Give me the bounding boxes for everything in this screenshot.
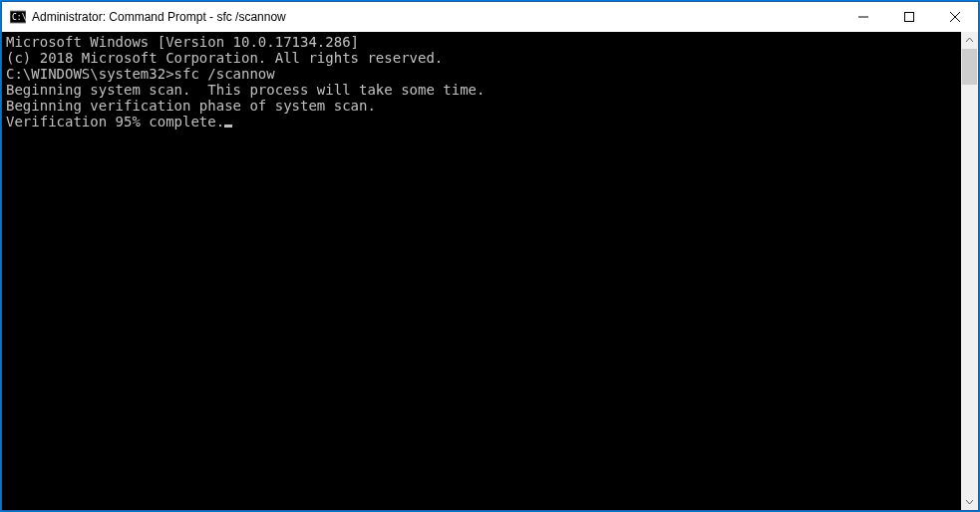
- window-title: Administrator: Command Prompt - sfc /sca…: [32, 10, 286, 24]
- terminal-line: C:\WINDOWS\system32>sfc /scannow: [6, 66, 961, 82]
- cmd-app-icon: C:\: [10, 9, 26, 25]
- terminal-line: Microsoft Windows [Version 10.0.17134.28…: [6, 34, 961, 50]
- scrollbar-thumb[interactable]: [962, 49, 977, 85]
- terminal-line: Beginning verification phase of system s…: [6, 98, 961, 114]
- titlebar[interactable]: C:\ Administrator: Command Prompt - sfc …: [2, 2, 978, 32]
- window-controls: [840, 2, 978, 32]
- terminal-line: Verification 95% complete.: [6, 114, 961, 129]
- terminal-line: (c) 2018 Microsoft Corporation. All righ…: [6, 50, 961, 66]
- svg-rect-4: [905, 13, 914, 22]
- client-area: Microsoft Windows [Version 10.0.17134.28…: [2, 32, 978, 510]
- vertical-scrollbar[interactable]: [961, 32, 978, 510]
- terminal-output[interactable]: Microsoft Windows [Version 10.0.17134.28…: [2, 32, 961, 510]
- scrollbar-up-button[interactable]: [961, 32, 978, 49]
- command-prompt-window: C:\ Administrator: Command Prompt - sfc …: [1, 1, 979, 511]
- terminal-line: Beginning system scan. This process will…: [6, 82, 961, 98]
- text-cursor: [224, 125, 232, 128]
- close-button[interactable]: [932, 2, 978, 32]
- scrollbar-down-button[interactable]: [961, 493, 978, 510]
- scrollbar-track[interactable]: [961, 49, 978, 493]
- svg-text:C:\: C:\: [12, 13, 26, 22]
- minimize-button[interactable]: [840, 2, 886, 32]
- maximize-button[interactable]: [886, 2, 932, 32]
